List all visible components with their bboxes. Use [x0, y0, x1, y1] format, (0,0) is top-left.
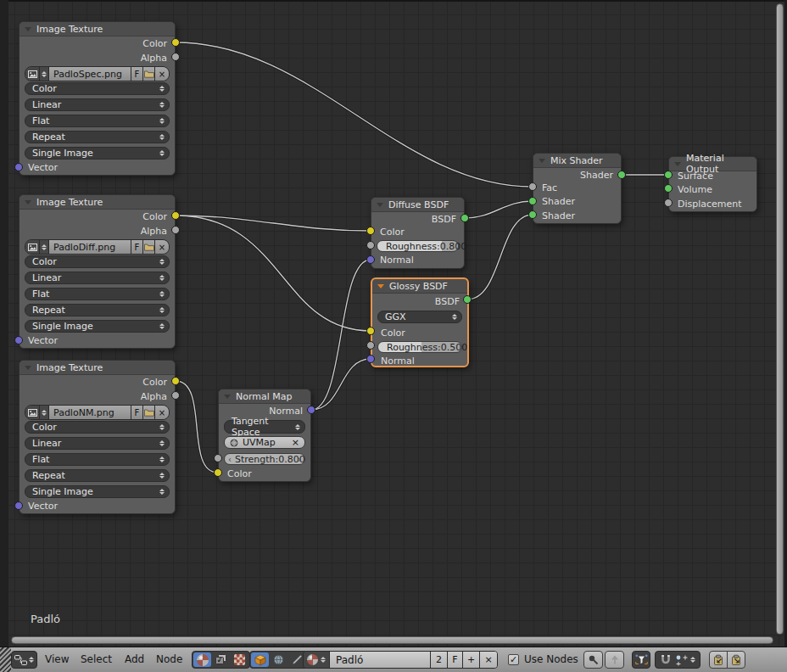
socket-spec-color-out[interactable] — [171, 38, 180, 47]
image-browse-stepper[interactable] — [40, 240, 49, 254]
node-image-texture-spec[interactable]: Image Texture Color Alpha PadloSpec.png … — [19, 21, 176, 176]
node-header[interactable]: Diffuse BSDF — [371, 198, 464, 212]
extension-dropdown[interactable]: Repeat — [25, 469, 170, 482]
uv-map-field[interactable]: UVMap × — [224, 436, 305, 449]
socket-diffuse-roughness-in[interactable] — [366, 241, 375, 249]
area-resize-corner[interactable] — [0, 647, 11, 672]
socket-output-volume-in[interactable] — [664, 184, 673, 193]
image-icon[interactable] — [25, 240, 40, 254]
texture-nodes-button[interactable] — [231, 652, 248, 667]
socket-glossy-color-in[interactable] — [366, 327, 375, 335]
strength-field[interactable]: ‹ Strength: 0.800 › — [224, 453, 305, 465]
clear-uvmap-icon[interactable]: × — [292, 437, 299, 448]
magnet-icon[interactable] — [660, 654, 672, 666]
node-diffuse-bsdf[interactable]: Diffuse BSDF BSDF Color Roughness: 0.800… — [371, 197, 465, 269]
fake-user-button[interactable]: F — [131, 240, 143, 254]
open-image-button[interactable] — [143, 406, 155, 419]
socket-mix-shader2-in[interactable] — [528, 210, 537, 219]
snap-element-stepper-icon[interactable] — [690, 657, 695, 663]
node-image-texture-nm[interactable]: Image Texture Color Alpha PadloNM.png F … — [19, 360, 176, 514]
space-dropdown[interactable]: Tangent Space — [224, 420, 305, 434]
socket-nm-vector-in[interactable] — [14, 501, 23, 510]
socket-normalmap-color-in[interactable] — [214, 468, 222, 477]
collapse-triangle-icon[interactable] — [25, 27, 31, 31]
image-icon[interactable] — [25, 67, 40, 81]
color-space-dropdown[interactable]: Color — [25, 82, 170, 95]
open-image-button[interactable] — [143, 240, 155, 254]
socket-glossy-roughness-in[interactable] — [366, 341, 375, 350]
collapse-triangle-icon[interactable] — [224, 395, 231, 399]
horizontal-scrollbar[interactable] — [11, 636, 773, 644]
socket-diffuse-normal-in[interactable] — [366, 255, 375, 264]
socket-glossy-bsdf-out[interactable] — [463, 295, 472, 304]
source-dropdown[interactable]: Single Image — [25, 147, 170, 160]
socket-mix-shader-out[interactable] — [617, 171, 626, 179]
node-header[interactable]: Normal Map — [219, 389, 310, 404]
extension-dropdown[interactable]: Repeat — [25, 131, 170, 143]
socket-normalmap-strength-in[interactable] — [214, 454, 222, 462]
roughness-slider[interactable]: Roughness: 0.800 — [377, 240, 459, 252]
fake-user-button[interactable]: F — [131, 67, 143, 81]
menu-add[interactable]: Add — [125, 653, 144, 665]
image-name-field[interactable]: PadloDiff.png — [49, 240, 131, 254]
node-glossy-bsdf[interactable]: Glossy BSDF BSDF GGX Color Roughness: 0.… — [371, 277, 469, 367]
image-icon[interactable] — [25, 406, 40, 419]
source-dropdown[interactable]: Single Image — [25, 320, 170, 333]
snap-node-button[interactable] — [632, 651, 650, 669]
image-name-field[interactable]: PadloSpec.png — [49, 67, 131, 81]
new-material-button[interactable]: + — [463, 652, 480, 668]
users-count-button[interactable]: 2 — [431, 652, 448, 668]
node-mix-shader[interactable]: Mix Shader Shader Fac Shader Shader — [533, 153, 622, 224]
collapse-triangle-icon[interactable] — [377, 284, 384, 288]
interpolation-dropdown[interactable]: Linear — [25, 437, 170, 450]
copy-nodes-button[interactable] — [709, 651, 728, 669]
material-browse-button[interactable] — [304, 652, 330, 668]
snap-element-icon[interactable] — [675, 654, 688, 666]
world-context-button[interactable] — [270, 652, 287, 667]
socket-glossy-normal-in[interactable] — [366, 355, 375, 363]
socket-diff-vector-in[interactable] — [14, 336, 23, 344]
socket-diff-alpha-out[interactable] — [171, 226, 180, 234]
menu-select[interactable]: Select — [81, 653, 112, 665]
use-nodes-checkbox[interactable]: ✓ — [508, 654, 519, 665]
node-image-texture-diff[interactable]: Image Texture Color Alpha PadloDiff.png … — [19, 194, 176, 349]
unlink-image-button[interactable]: × — [155, 67, 169, 81]
object-context-button[interactable] — [251, 652, 269, 667]
compositing-nodes-button[interactable] — [212, 652, 230, 667]
color-space-dropdown[interactable]: Color — [25, 421, 170, 434]
socket-output-displacement-in[interactable] — [664, 199, 673, 207]
collapse-triangle-icon[interactable] — [674, 162, 681, 166]
unlink-material-button[interactable]: × — [480, 652, 497, 668]
material-name-field[interactable]: Padló — [330, 652, 431, 668]
extension-dropdown[interactable]: Repeat — [25, 304, 170, 316]
image-browse-stepper[interactable] — [40, 67, 49, 81]
shader-nodes-button[interactable] — [193, 652, 211, 667]
interpolation-dropdown[interactable]: Linear — [25, 272, 170, 284]
go-to-parent-button[interactable] — [605, 651, 624, 669]
socket-nm-alpha-out[interactable] — [171, 391, 180, 400]
increment-chevron-icon[interactable]: › — [298, 454, 301, 466]
unlink-image-button[interactable]: × — [155, 406, 169, 419]
collapse-triangle-icon[interactable] — [539, 159, 545, 163]
collapse-triangle-icon[interactable] — [25, 366, 31, 370]
node-header[interactable]: Image Texture — [20, 195, 175, 210]
projection-dropdown[interactable]: Flat — [25, 453, 170, 466]
socket-normalmap-normal-out[interactable] — [307, 406, 315, 414]
fake-user-button[interactable]: F — [131, 406, 143, 419]
node-header[interactable]: Image Texture — [20, 361, 175, 375]
image-browse-stepper[interactable] — [40, 406, 49, 419]
projection-dropdown[interactable]: Flat — [25, 115, 170, 127]
socket-mix-shader1-in[interactable] — [528, 197, 537, 205]
node-header[interactable]: Image Texture — [20, 22, 175, 36]
paste-nodes-button[interactable] — [727, 651, 745, 669]
socket-diffuse-bsdf-out[interactable] — [460, 214, 469, 222]
node-normal-map[interactable]: Normal Map Normal Tangent Space UVMap × … — [218, 389, 311, 482]
color-space-dropdown[interactable]: Color — [25, 255, 170, 268]
socket-spec-alpha-out[interactable] — [171, 53, 180, 61]
source-dropdown[interactable]: Single Image — [25, 485, 170, 498]
collapse-triangle-icon[interactable] — [25, 200, 31, 204]
decrement-chevron-icon[interactable]: ‹ — [228, 454, 232, 466]
pin-button[interactable] — [583, 651, 603, 669]
unlink-image-button[interactable]: × — [155, 240, 169, 254]
socket-diffuse-color-in[interactable] — [366, 227, 375, 235]
